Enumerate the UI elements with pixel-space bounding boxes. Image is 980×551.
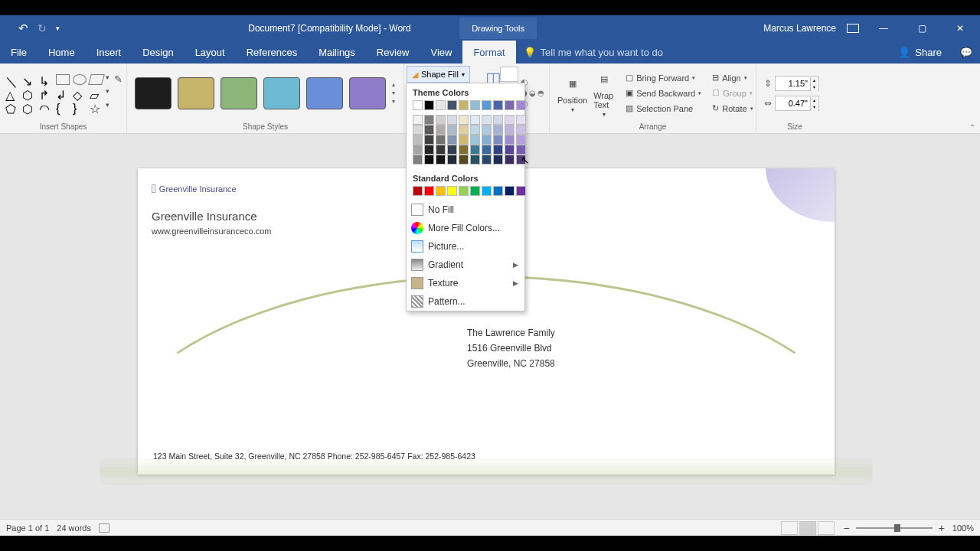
shape-fill-button[interactable]: ◢ Shape Fill ▾ — [407, 66, 470, 83]
zoom-level[interactable]: 100% — [952, 523, 974, 533]
color-swatch[interactable] — [436, 135, 446, 145]
wrap-text-button[interactable]: ▤ Wrap Text▾ — [590, 68, 618, 118]
color-swatch[interactable] — [413, 125, 423, 135]
style-swatch[interactable] — [135, 77, 172, 109]
tell-me-search[interactable]: 💡 Tell me what you want to do — [516, 41, 888, 64]
color-swatch[interactable] — [505, 135, 514, 145]
color-swatch[interactable] — [505, 115, 514, 125]
color-swatch[interactable] — [493, 145, 503, 155]
color-swatch[interactable] — [447, 125, 457, 135]
color-swatch[interactable] — [470, 155, 480, 165]
color-swatch[interactable] — [447, 135, 457, 145]
word-count[interactable]: 24 words — [57, 523, 91, 533]
color-swatch[interactable] — [459, 135, 469, 145]
tab-insert[interactable]: Insert — [86, 41, 132, 64]
gradient-item[interactable]: Gradient▶ — [407, 256, 524, 274]
position-button[interactable]: ▦ Position▾ — [554, 73, 590, 113]
zoom-in-button[interactable]: + — [939, 522, 945, 534]
theme-colors-shades[interactable] — [407, 115, 524, 169]
color-swatch[interactable] — [424, 135, 434, 145]
read-mode-button[interactable] — [781, 521, 798, 535]
color-swatch[interactable] — [516, 115, 526, 125]
page-indicator[interactable]: Page 1 of 1 — [6, 523, 49, 533]
rotate-button[interactable]: ↻Rotate ▾ — [709, 102, 756, 115]
shape-styles-gallery[interactable]: ▴▾▾ — [132, 65, 399, 121]
color-swatch[interactable] — [413, 186, 423, 196]
color-swatch[interactable] — [447, 155, 457, 165]
color-swatch[interactable] — [436, 100, 446, 110]
picture-item[interactable]: Picture... — [407, 237, 524, 256]
corner-shape[interactable] — [766, 168, 835, 222]
user-name[interactable]: Marcus Lawrence — [763, 23, 836, 34]
send-backward-button[interactable]: ▣Send Backward ▾ — [622, 86, 704, 99]
close-button[interactable]: ✕ — [946, 15, 974, 41]
color-swatch[interactable] — [516, 186, 526, 196]
theme-colors-row1[interactable] — [407, 100, 524, 115]
color-swatch[interactable] — [436, 125, 446, 135]
color-swatch[interactable] — [493, 115, 503, 125]
pattern-item[interactable]: Pattern... — [407, 292, 524, 311]
color-swatch[interactable] — [493, 125, 503, 135]
style-swatch[interactable] — [349, 77, 386, 109]
tab-format[interactable]: Format — [462, 41, 515, 64]
selection-pane-button[interactable]: ▥Selection Pane — [622, 102, 704, 115]
color-swatch[interactable] — [413, 155, 423, 165]
tab-layout[interactable]: Layout — [185, 41, 236, 64]
color-swatch[interactable] — [413, 115, 423, 125]
color-swatch[interactable] — [516, 125, 526, 135]
color-swatch[interactable] — [459, 145, 469, 155]
shapes-gallery[interactable]: ＼↘↳▾✎ △⬡↱↲◇▱▾ ⬠⬡◠{}☆▾ — [5, 73, 122, 113]
width-input[interactable]: 0.47"▴▾ — [775, 96, 819, 111]
standard-colors-row[interactable] — [407, 186, 524, 201]
color-swatch[interactable] — [436, 145, 446, 155]
color-swatch[interactable] — [459, 100, 469, 110]
account-icon[interactable] — [847, 24, 859, 33]
color-swatch[interactable] — [493, 100, 503, 110]
tab-mailings[interactable]: Mailings — [308, 41, 366, 64]
color-swatch[interactable] — [493, 186, 503, 196]
tab-design[interactable]: Design — [132, 41, 184, 64]
color-swatch[interactable] — [493, 155, 503, 165]
color-swatch[interactable] — [482, 145, 492, 155]
color-swatch[interactable] — [424, 115, 434, 125]
print-layout-button[interactable] — [799, 521, 816, 535]
color-swatch[interactable] — [482, 125, 492, 135]
maximize-button[interactable]: ▢ — [908, 15, 936, 41]
proofing-icon[interactable] — [99, 523, 109, 533]
tab-home[interactable]: Home — [38, 41, 86, 64]
group-button[interactable]: ☐Group ▾ — [709, 86, 756, 99]
tab-view[interactable]: View — [420, 41, 462, 64]
color-swatch[interactable] — [482, 115, 492, 125]
color-swatch[interactable] — [505, 155, 514, 165]
style-swatch[interactable] — [220, 77, 257, 109]
color-swatch[interactable] — [447, 115, 457, 125]
color-swatch[interactable] — [516, 100, 526, 110]
color-swatch[interactable] — [505, 125, 514, 135]
more-colors-item[interactable]: More Fill Colors... — [407, 219, 524, 237]
color-swatch[interactable] — [436, 115, 446, 125]
no-fill-item[interactable]: No Fill — [407, 201, 524, 219]
tab-references[interactable]: References — [236, 41, 308, 64]
color-swatch[interactable] — [436, 155, 446, 165]
color-swatch[interactable] — [447, 100, 457, 110]
color-swatch[interactable] — [470, 145, 480, 155]
style-swatch[interactable] — [178, 77, 214, 109]
zoom-slider[interactable] — [856, 527, 933, 529]
color-swatch[interactable] — [482, 155, 492, 165]
color-swatch[interactable] — [413, 100, 423, 110]
color-swatch[interactable] — [482, 100, 492, 110]
color-swatch[interactable] — [424, 155, 434, 165]
tab-file[interactable]: File — [0, 41, 38, 64]
color-swatch[interactable] — [470, 125, 480, 135]
color-swatch[interactable] — [436, 186, 446, 196]
web-layout-button[interactable] — [818, 521, 835, 535]
style-swatch[interactable] — [263, 77, 300, 109]
color-swatch[interactable] — [413, 135, 423, 145]
color-swatch[interactable] — [424, 125, 434, 135]
zoom-out-button[interactable]: − — [843, 522, 849, 534]
undo-icon[interactable]: ↶ — [18, 21, 28, 35]
minimize-button[interactable]: — — [870, 15, 897, 41]
color-swatch[interactable] — [459, 155, 469, 165]
color-swatch[interactable] — [424, 100, 434, 110]
color-swatch[interactable] — [470, 135, 480, 145]
